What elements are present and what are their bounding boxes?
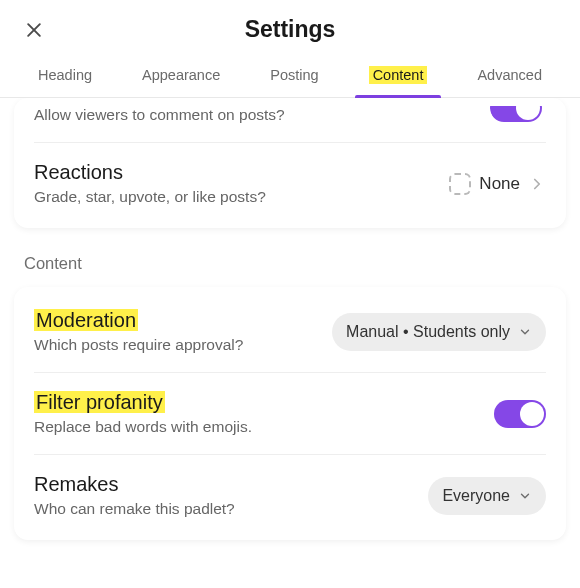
comments-toggle[interactable] <box>490 106 542 122</box>
tab-content[interactable]: Content <box>355 55 442 97</box>
chevron-down-icon <box>518 325 532 339</box>
remakes-select[interactable]: Everyone <box>428 477 546 515</box>
header: Settings <box>0 0 580 55</box>
remakes-desc: Who can remake this padlet? <box>34 500 428 518</box>
moderation-select[interactable]: Manual • Students only <box>332 313 546 351</box>
filter-row: Filter profanity Replace bad words with … <box>34 372 546 454</box>
content-card: Moderation Which posts require approval?… <box>14 287 566 540</box>
filter-title: Filter profanity <box>34 391 494 414</box>
tab-appearance[interactable]: Appearance <box>128 55 234 97</box>
filter-toggle[interactable] <box>494 400 546 428</box>
moderation-desc: Which posts require approval? <box>34 336 332 354</box>
reactions-row[interactable]: Reactions Grade, star, upvote, or like p… <box>34 142 546 224</box>
page-title: Settings <box>24 16 556 43</box>
reactions-desc: Grade, star, upvote, or like posts? <box>34 188 449 206</box>
reactions-value: None <box>479 174 520 194</box>
moderation-row: Moderation Which posts require approval?… <box>34 291 546 372</box>
reactions-title: Reactions <box>34 161 449 184</box>
chevron-down-icon <box>518 489 532 503</box>
chevron-right-icon <box>528 175 546 193</box>
tab-heading[interactable]: Heading <box>24 55 106 97</box>
comments-desc: Allow viewers to comment on posts? <box>34 106 490 124</box>
settings-scroll[interactable]: Allow viewers to comment on posts? React… <box>0 98 580 588</box>
filter-desc: Replace bad words with emojis. <box>34 418 494 436</box>
comments-row: Allow viewers to comment on posts? <box>34 102 546 142</box>
comments-toggle-wrap <box>490 106 546 124</box>
remakes-title: Remakes <box>34 473 428 496</box>
content-section-label: Content <box>14 246 566 287</box>
none-icon <box>449 173 471 195</box>
tab-advanced[interactable]: Advanced <box>463 55 556 97</box>
posting-card: Allow viewers to comment on posts? React… <box>14 98 566 228</box>
tabs: Heading Appearance Posting Content Advan… <box>0 55 580 98</box>
close-icon[interactable] <box>24 20 44 40</box>
remakes-row: Remakes Who can remake this padlet? Ever… <box>34 454 546 536</box>
remakes-value: Everyone <box>442 487 510 505</box>
moderation-value: Manual • Students only <box>346 323 510 341</box>
moderation-title: Moderation <box>34 309 332 332</box>
tab-posting[interactable]: Posting <box>256 55 332 97</box>
